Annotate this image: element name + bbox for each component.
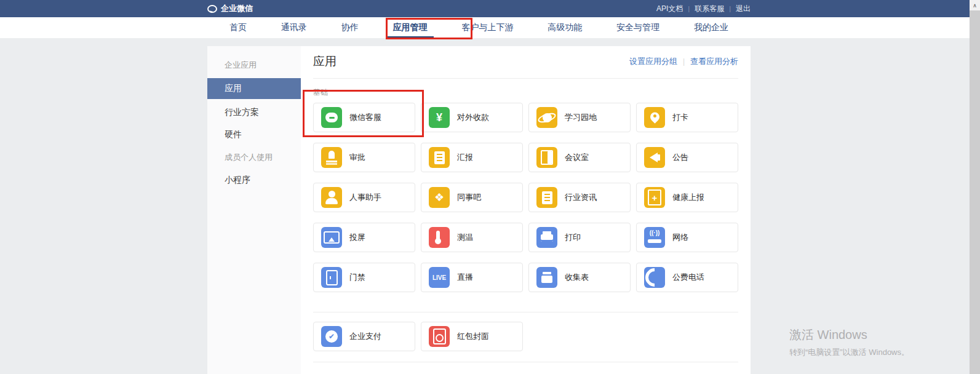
main-nav: 首页 通讯录 协作 应用管理 客户与上下游 高级功能 安全与管理 我的企业 [0, 17, 970, 38]
app-label: 网络 [672, 232, 688, 243]
watermark-title: 激活 Windows [789, 327, 909, 343]
topbar-link-contact-support[interactable]: 联系客服 [695, 4, 724, 14]
news-doc-icon [536, 187, 557, 208]
app-card-wechat-kf[interactable]: 微信客服 [313, 103, 415, 132]
app-label: 对外收款 [457, 112, 489, 123]
app-card-industry-news[interactable]: 行业资讯 [528, 183, 631, 212]
red-packet-icon [429, 326, 450, 347]
app-label: 收集表 [565, 272, 589, 283]
app-label: 测温 [457, 232, 473, 243]
app-card-external-payment[interactable]: ¥对外收款 [421, 103, 523, 132]
chat-bubble-logo-icon [207, 5, 217, 13]
app-group-label: 基础 [313, 87, 738, 98]
megaphone-icon [644, 147, 665, 168]
app-label: 健康上报 [672, 192, 704, 203]
planet-icon [536, 107, 557, 128]
app-card-temperature[interactable]: 测温 [421, 223, 523, 252]
thermometer-icon [429, 227, 450, 248]
app-label: 打印 [565, 232, 581, 243]
app-card-meeting-room[interactable]: 会议室 [528, 143, 631, 172]
location-pin-icon [644, 107, 665, 128]
person-icon [321, 187, 342, 208]
clipboard-plus-icon [644, 187, 665, 208]
tab-customers[interactable]: 客户与上下游 [455, 17, 519, 38]
stamp-icon [321, 147, 342, 168]
separator: | [688, 5, 690, 12]
app-card-announcement[interactable]: 公告 [636, 143, 738, 172]
yuan-payment-icon: ¥ [429, 107, 450, 128]
app-card-check-in[interactable]: 打卡 [636, 103, 738, 132]
app-label: 打卡 [672, 112, 688, 123]
app-label: 人事助手 [349, 192, 381, 203]
tab-app-management[interactable]: 应用管理 [387, 17, 434, 38]
app-label: 会议室 [565, 152, 589, 163]
app-label: 汇报 [457, 152, 473, 163]
app-card-red-packet-cover[interactable]: 红包封面 [421, 322, 523, 351]
app-card-report[interactable]: 汇报 [421, 143, 523, 172]
phone-icon [644, 267, 665, 288]
separator: | [729, 5, 731, 12]
topbar-link-logout[interactable]: 退出 [736, 4, 751, 14]
app-label: 企业支付 [349, 331, 381, 342]
app-card-learning-garden[interactable]: 学习园地 [528, 103, 631, 132]
tab-security-management[interactable]: 安全与管理 [610, 17, 666, 38]
tab-home[interactable]: 首页 [223, 17, 253, 38]
app-card-health-report[interactable]: 健康上报 [636, 183, 738, 212]
view-app-analytics-link[interactable]: 查看应用分析 [690, 56, 738, 67]
topbar: 企业微信 API文档 | 联系客服 | 退出 [0, 0, 970, 17]
pay-bubble-check-icon [321, 326, 342, 347]
sidebar-header-member-personal: 成员个人使用 [207, 146, 301, 169]
set-app-group-link[interactable]: 设置应用分组 [629, 56, 677, 67]
app-card-free-call[interactable]: 公费电话 [636, 263, 738, 292]
app-card-collect-form[interactable]: 收集表 [528, 263, 631, 292]
tab-collaboration[interactable]: 协作 [335, 17, 365, 38]
sidebar: 企业应用 应用 行业方案 硬件 成员个人使用 小程序 [207, 46, 301, 374]
app-card-network[interactable]: 网络 [636, 223, 738, 252]
compass-diamond-icon: ❖ [429, 187, 450, 208]
app-card-colleague-bar[interactable]: ❖同事吧 [421, 183, 523, 212]
main-panel: 应用 设置应用分组 | 查看应用分析 基础 微信客服¥对外收款学习园地打卡审批汇… [301, 46, 751, 374]
printer-icon [536, 227, 557, 248]
scroll-up-icon[interactable]: ∧ [970, 0, 980, 10]
app-label: 微信客服 [349, 112, 381, 123]
content-area: 企业应用 应用 行业方案 硬件 成员个人使用 小程序 应用 设置应用分组 | 查… [207, 46, 751, 374]
app-label: 直播 [457, 272, 473, 283]
door-icon [321, 267, 342, 288]
topbar-link-api-docs[interactable]: API文档 [656, 4, 683, 14]
divider [313, 78, 738, 79]
divider [313, 312, 738, 312]
windows-activation-watermark: 激活 Windows 转到“电脑设置”以激活 Windows。 [789, 327, 909, 358]
tab-advanced-features[interactable]: 高级功能 [541, 17, 588, 38]
app-card-live[interactable]: LIVE直播 [421, 263, 523, 292]
wechat-work-logo: 企业微信 [207, 3, 253, 14]
sidebar-item-industry-solutions[interactable]: 行业方案 [207, 101, 301, 124]
sidebar-item-mini-programs[interactable]: 小程序 [207, 169, 301, 191]
vertical-scrollbar[interactable]: ∧ [970, 0, 980, 374]
app-grid-basic: 微信客服¥对外收款学习园地打卡审批汇报会议室公告人事助手❖同事吧行业资讯健康上报… [313, 103, 738, 292]
app-card-door-access[interactable]: 门禁 [313, 263, 415, 292]
app-label: 行业资讯 [565, 192, 597, 203]
logo-text: 企业微信 [221, 3, 253, 14]
collect-box-icon [536, 267, 557, 288]
sidebar-item-hardware[interactable]: 硬件 [207, 124, 301, 146]
tab-my-company[interactable]: 我的企业 [688, 17, 735, 38]
app-card-approval[interactable]: 审批 [313, 143, 415, 172]
app-label: 学习园地 [565, 112, 597, 123]
app-label: 门禁 [349, 272, 365, 283]
app-card-corp-payment[interactable]: 企业支付 [313, 322, 415, 351]
live-icon: LIVE [429, 267, 450, 288]
router-signal-icon [644, 227, 665, 248]
app-card-screen-cast[interactable]: 投屏 [313, 223, 415, 252]
separator: | [683, 57, 685, 66]
chat-bubble-icon [321, 107, 342, 128]
app-card-print[interactable]: 打印 [528, 223, 631, 252]
tab-contacts[interactable]: 通讯录 [275, 17, 313, 38]
sidebar-item-apps[interactable]: 应用 [207, 78, 301, 99]
app-card-hr-assistant[interactable]: 人事助手 [313, 183, 415, 212]
app-label: 红包封面 [457, 331, 489, 342]
screen-cast-icon [321, 227, 342, 248]
app-label: 审批 [349, 152, 365, 163]
sidebar-header-company-apps: 企业应用 [207, 54, 301, 77]
watermark-subtitle: 转到“电脑设置”以激活 Windows。 [789, 347, 909, 358]
door-open-icon [536, 147, 557, 168]
